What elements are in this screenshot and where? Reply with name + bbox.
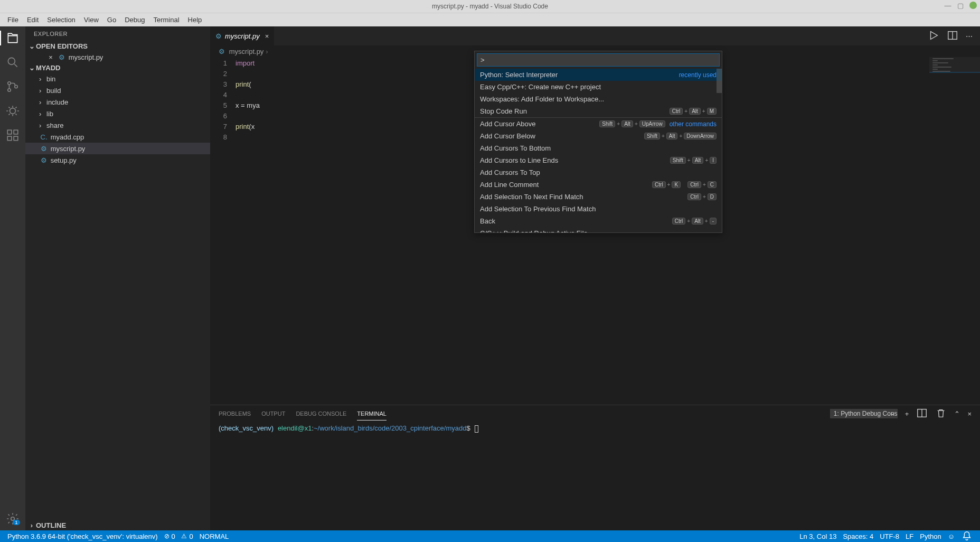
editor-tab[interactable]: ⚙myscript.py×	[210, 26, 275, 45]
menu-help[interactable]: Help	[184, 14, 206, 26]
palette-item[interactable]: C/C++: Build and Debug Active File	[475, 227, 722, 232]
status-problems[interactable]: ⊘0 ⚠0	[161, 532, 196, 540]
palette-item[interactable]: Add Cursors to Line EndsShift+Alt+I	[475, 154, 722, 166]
close-button[interactable]	[969, 2, 977, 9]
palette-item[interactable]: Add Selection To Next Find MatchCtrl+D	[475, 191, 722, 203]
palette-item[interactable]: Add Cursor BelowShift+Alt+DownArrow	[475, 130, 722, 142]
palette-item[interactable]: Add Selection To Previous Find Match	[475, 203, 722, 215]
tree-item-share[interactable]: ›share	[25, 119, 210, 131]
kill-terminal-icon[interactable]	[935, 407, 947, 420]
sidebar-title: EXPLORER	[25, 26, 210, 41]
palette-scrollbar[interactable]	[717, 69, 722, 93]
open-editors-header[interactable]: ⌄OPEN EDITORS	[25, 41, 210, 51]
palette-item[interactable]: Add Cursor AboveShift+Alt+UpArrowother c…	[475, 118, 722, 130]
split-terminal-icon[interactable]	[916, 407, 928, 420]
status-eol[interactable]: LF	[902, 532, 917, 540]
palette-item[interactable]: Python: Select Interpreterrecently used	[475, 69, 722, 81]
editor-tabs: ⚙myscript.py× ⋯	[210, 26, 980, 45]
settings-icon[interactable]: 1	[5, 511, 20, 526]
tree-item-myscript-py[interactable]: ⚙ myscript.py	[25, 143, 210, 154]
panel-tab-problems[interactable]: PROBLEMS	[219, 407, 251, 420]
extensions-icon[interactable]	[5, 128, 20, 143]
panel-tab-terminal[interactable]: TERMINAL	[357, 407, 387, 420]
palette-item[interactable]: Stop Code RunCtrl+Alt+M	[475, 105, 722, 117]
new-terminal-icon[interactable]: +	[905, 410, 909, 418]
title-bar: myscript.py - myadd - Visual Studio Code…	[0, 0, 980, 13]
menu-file[interactable]: File	[3, 14, 23, 26]
tree-item-myadd-cpp[interactable]: C. myadd.cpp	[25, 131, 210, 143]
window-title: myscript.py - myadd - Visual Studio Code	[432, 3, 548, 10]
menu-selection[interactable]: Selection	[43, 14, 79, 26]
status-bell-icon[interactable]	[958, 530, 976, 542]
status-bar: Python 3.6.9 64-bit ('check_vsc_venv': v…	[0, 530, 980, 542]
tree-item-setup-py[interactable]: ⚙ setup.py	[25, 154, 210, 166]
palette-item[interactable]: BackCtrl+Alt+-	[475, 215, 722, 227]
svg-rect-5	[7, 130, 12, 134]
terminal[interactable]: (check_vsc_venv) elendil@x1:~/work/islan…	[210, 422, 980, 530]
run-icon[interactable]	[928, 30, 939, 43]
minimap[interactable]	[929, 57, 980, 405]
split-editor-icon[interactable]	[947, 30, 958, 43]
svg-point-2	[8, 89, 11, 91]
palette-item[interactable]: Add Cursors To Top	[475, 166, 722, 179]
menu-terminal[interactable]: Terminal	[149, 14, 183, 26]
maximize-panel-icon[interactable]: ⌃	[954, 410, 960, 418]
sidebar: EXPLORER ⌄OPEN EDITORS ×⚙ myscript.py ⌄M…	[25, 26, 210, 530]
status-spaces[interactable]: Spaces: 4	[840, 532, 877, 540]
explorer-icon[interactable]	[5, 31, 20, 45]
menu-bar: File Edit Selection View Go Debug Termin…	[0, 13, 980, 26]
editor-area: ⚙myscript.py× ⋯ ⚙ myscript.py› 12345678 …	[210, 26, 980, 530]
bottom-panel: PROBLEMS OUTPUT DEBUG CONSOLE TERMINAL 1…	[210, 405, 980, 530]
maximize-button[interactable]: ▢	[957, 2, 964, 9]
minimize-button[interactable]: —	[944, 2, 951, 9]
command-palette-input[interactable]	[477, 53, 720, 67]
menu-view[interactable]: View	[80, 14, 103, 26]
palette-item[interactable]: Workspaces: Add Folder to Workspace...	[475, 93, 722, 105]
search-icon[interactable]	[5, 55, 20, 70]
svg-point-0	[8, 58, 15, 64]
status-mode[interactable]: NORMAL	[196, 532, 232, 540]
status-position[interactable]: Ln 3, Col 13	[796, 532, 840, 540]
terminal-select[interactable]: 1: Python Debug Conso	[830, 409, 898, 418]
tree-item-bin[interactable]: ›bin	[25, 73, 210, 85]
svg-point-1	[8, 82, 11, 85]
palette-item[interactable]: Add Line CommentCtrl+K Ctrl+C	[475, 179, 722, 191]
menu-debug[interactable]: Debug	[120, 14, 149, 26]
command-palette: Python: Select Interpreterrecently usedE…	[474, 51, 722, 233]
menu-edit[interactable]: Edit	[23, 14, 43, 26]
close-panel-icon[interactable]: ×	[967, 410, 972, 418]
open-editor-item[interactable]: ×⚙ myscript.py	[25, 51, 210, 63]
svg-rect-7	[14, 136, 18, 141]
source-control-icon[interactable]	[5, 79, 20, 94]
outline-header[interactable]: ›OUTLINE	[25, 520, 210, 530]
close-tab-icon[interactable]: ×	[265, 32, 269, 40]
tree-item-lib[interactable]: ›lib	[25, 108, 210, 119]
svg-rect-8	[14, 130, 18, 134]
folder-header[interactable]: ⌄MYADD	[25, 63, 210, 73]
debug-icon[interactable]	[5, 104, 20, 118]
close-icon[interactable]: ×	[46, 53, 55, 61]
svg-point-3	[15, 85, 17, 88]
svg-point-4	[10, 108, 16, 114]
activity-bar: 1	[0, 26, 25, 530]
status-interpreter[interactable]: Python 3.6.9 64-bit ('check_vsc_venv': v…	[4, 532, 161, 540]
more-icon[interactable]: ⋯	[966, 32, 973, 40]
palette-item[interactable]: Add Cursors To Bottom	[475, 142, 722, 154]
tree-item-build[interactable]: ›build	[25, 85, 210, 96]
palette-item[interactable]: Easy Cpp/C++: Create new C++ project	[475, 81, 722, 93]
status-language[interactable]: Python	[917, 532, 944, 540]
status-feedback[interactable]: ☺	[945, 532, 958, 540]
panel-tab-debug-console[interactable]: DEBUG CONSOLE	[296, 407, 346, 420]
tree-item-include[interactable]: ›include	[25, 96, 210, 108]
status-encoding[interactable]: UTF-8	[877, 532, 902, 540]
panel-tab-output[interactable]: OUTPUT	[261, 407, 285, 420]
settings-badge: 1	[13, 520, 20, 525]
menu-go[interactable]: Go	[103, 14, 120, 26]
svg-rect-6	[7, 136, 12, 141]
